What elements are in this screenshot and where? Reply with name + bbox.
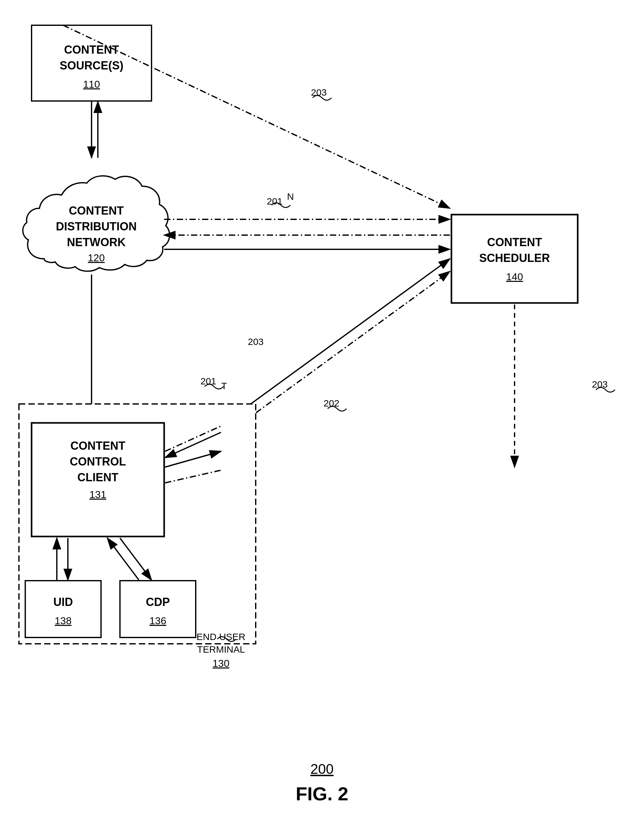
ccc-ref: 131 — [89, 489, 106, 500]
cdp-box — [120, 581, 196, 637]
content-source-ref: 110 — [83, 78, 100, 90]
content-scheduler-label2: SCHEDULER — [479, 251, 550, 265]
content-source-label1: CONTENT — [64, 43, 119, 56]
ccc-label1: CONTENT — [71, 439, 125, 452]
content-scheduler-ref: 140 — [506, 271, 523, 282]
figure-title: FIG. 2 — [296, 783, 348, 804]
ccc-label2: CONTROL — [70, 455, 126, 468]
cdn-ref: 120 — [88, 252, 104, 263]
cdn-label1: CONTENT — [69, 204, 124, 217]
eut-ref: 130 — [212, 658, 229, 669]
label-201N-sub: N — [287, 191, 294, 202]
eut-label2: TERMINAL — [197, 644, 245, 654]
diagram-container: CONTENT SOURCE(S) 110 CONTENT DISTRIBUTI… — [0, 0, 644, 818]
content-source-label2: SOURCE(S) — [60, 59, 123, 72]
ccc-label3: CLIENT — [77, 471, 118, 484]
uid-label: UID — [53, 596, 73, 608]
figure-number: 200 — [310, 761, 333, 777]
cdp-label: CDP — [146, 596, 170, 608]
cdp-ref: 136 — [149, 615, 166, 627]
label-203-mid: 203 — [248, 336, 264, 347]
cdn-label2: DISTRIBUTION — [56, 220, 137, 233]
cdn-label3: NETWORK — [67, 236, 126, 249]
label-201T-sub: T — [221, 381, 227, 391]
cdn-cloud: CONTENT DISTRIBUTION NETWORK 120 — [23, 176, 170, 271]
content-scheduler-label1: CONTENT — [487, 236, 542, 249]
uid-ref: 138 — [55, 615, 71, 627]
uid-box — [25, 581, 101, 637]
